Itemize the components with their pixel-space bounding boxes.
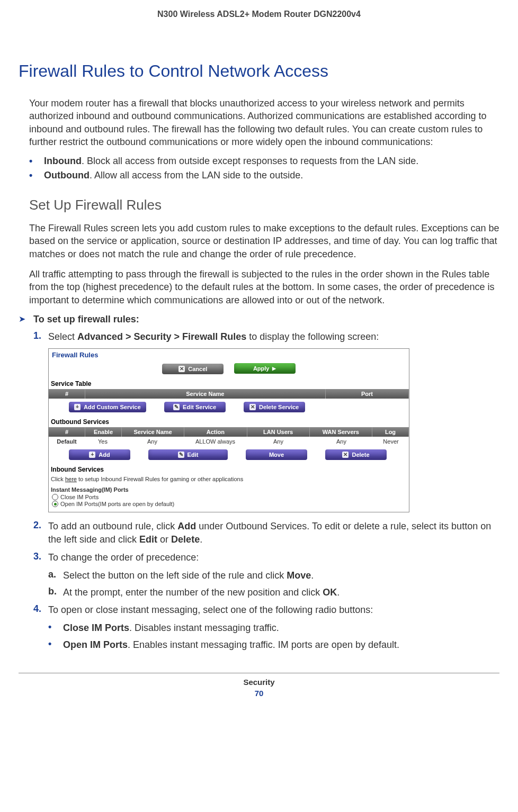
bullet-dot-icon: • xyxy=(29,170,44,181)
im-ports-section: Instant Messaging(IM) Ports Close IM Por… xyxy=(49,485,409,512)
col-action: Action xyxy=(184,427,247,437)
delete-button[interactable]: ✕ Delete xyxy=(325,449,387,460)
outbound-default-row: Default Yes Any ALLOW always Any Any Nev… xyxy=(49,437,409,446)
radio-icon xyxy=(52,494,58,500)
open-im-ports-radio[interactable]: Open IM Ports(IM ports are open by defau… xyxy=(52,501,407,507)
bullet-outbound-text: . Allow all access from the LAN side to … xyxy=(90,170,303,181)
row-allow: ALLOW always xyxy=(184,437,247,446)
cancel-button[interactable]: ✕ Cancel xyxy=(162,364,224,374)
bullet-dot-icon: • xyxy=(48,638,63,651)
im-title: Instant Messaging(IM) Ports xyxy=(51,486,407,493)
s3a-pre: Select the button on the left side of th… xyxy=(63,570,287,581)
firewall-rules-screenshot: Firewall Rules ✕ Cancel Apply ▶ Service … xyxy=(48,348,409,512)
bullet-inbound: • Inbound. Block all access from outside… xyxy=(19,156,499,167)
step4-text: To open or close instant messaging, sele… xyxy=(48,603,499,616)
subsection-p2: All traffic attempting to pass through t… xyxy=(19,268,499,306)
bullet-inbound-label: Inbound xyxy=(44,156,82,166)
subsection-title: Set Up Firewall Rules xyxy=(29,197,499,213)
move-label: Move xyxy=(269,452,284,458)
s4b-bold: Open IM Ports xyxy=(63,639,128,650)
step-number: 3. xyxy=(33,551,48,564)
col-port: Port xyxy=(326,389,409,399)
pencil-icon: ✎ xyxy=(173,404,180,410)
inbound-help-text: Click here to setup Inbound Firewall Rul… xyxy=(49,475,409,485)
step-3a: a. Select the button on the left side of… xyxy=(19,569,499,582)
intro-paragraph: Your modem router has a firewall that bl… xyxy=(19,97,499,148)
bullet-outbound-label: Outbound xyxy=(44,170,90,181)
sub-letter: b. xyxy=(48,586,63,599)
add-button[interactable]: + Add xyxy=(69,449,130,460)
col-num: # xyxy=(49,427,85,437)
sub-letter: a. xyxy=(48,569,63,582)
x-icon: ✕ xyxy=(249,404,256,410)
step-1: 1. Select Advanced > Security > Firewall… xyxy=(19,330,499,343)
inbound-services-label: Inbound Services xyxy=(49,464,409,475)
s4a-bold: Close IM Ports xyxy=(63,622,129,633)
apply-button[interactable]: Apply ▶ xyxy=(234,363,296,374)
step-4: 4. To open or close instant messaging, s… xyxy=(19,603,499,616)
add-custom-label: Add Custom Service xyxy=(84,404,141,410)
row-default: Default xyxy=(49,437,85,446)
step-4-open: • Open IM Ports. Enables instant messagi… xyxy=(19,638,499,651)
s3a-bold: Move xyxy=(287,570,311,581)
delete-service-label: Delete Service xyxy=(259,404,299,410)
step3-text: To change the order of precedence: xyxy=(48,551,499,564)
subsection-p1: The Firewall Rules screen lets you add c… xyxy=(19,222,499,260)
delete-service-button[interactable]: ✕ Delete Service xyxy=(244,402,305,412)
panel-title: Firewall Rules xyxy=(49,349,409,361)
col-lan: LAN Users xyxy=(247,427,310,437)
edit-button[interactable]: ✎ Edit xyxy=(148,449,228,460)
s2a: To add an outbound rule, click xyxy=(48,521,177,531)
bullet-outbound: • Outbound. Allow all access from the LA… xyxy=(19,170,499,181)
col-wan: WAN Servers xyxy=(310,427,372,437)
step-3: 3. To change the order of precedence: xyxy=(19,551,499,564)
document-header: N300 Wireless ADSL2+ Modem Router DGN220… xyxy=(19,10,499,19)
apply-label: Apply xyxy=(253,365,270,372)
service-table-label: Service Table xyxy=(49,378,409,389)
inbound-pre: Click xyxy=(51,476,65,482)
task-label: To set up firewall rules: xyxy=(33,314,139,325)
move-button[interactable]: Move xyxy=(246,449,307,460)
s2f: Delete xyxy=(171,534,200,545)
outbound-services-label: Outbound Services xyxy=(49,417,409,427)
step-number: 1. xyxy=(33,330,48,343)
footer-section: Security xyxy=(19,678,499,687)
plus-icon: + xyxy=(74,404,81,410)
outbound-header: # Enable Service Name Action LAN Users W… xyxy=(49,427,409,437)
edit-service-button[interactable]: ✎ Edit Service xyxy=(164,402,226,412)
s3b-pre: At the prompt, enter the number of the n… xyxy=(63,587,323,598)
step-4-close: • Close IM Ports. Disables instant messa… xyxy=(19,621,499,634)
inbound-here-link[interactable]: here xyxy=(65,476,77,482)
service-table-header: # Service Name Port xyxy=(49,389,409,399)
x-icon: ✕ xyxy=(178,366,185,372)
row-any2: Any xyxy=(247,437,310,446)
add-custom-service-button[interactable]: + Add Custom Service xyxy=(69,402,146,412)
open-im-label: Open IM Ports(IM ports are open by defau… xyxy=(60,501,174,507)
close-im-ports-radio[interactable]: Close IM Ports xyxy=(52,494,407,500)
row-any1: Any xyxy=(121,437,184,446)
close-im-label: Close IM Ports xyxy=(60,494,99,500)
s2e: or xyxy=(157,534,171,545)
s2g: . xyxy=(200,534,202,545)
step-3b: b. At the prompt, enter the number of th… xyxy=(19,586,499,599)
x-icon: ✕ xyxy=(342,452,349,458)
s3b-bold: OK xyxy=(323,587,337,598)
row-yes: Yes xyxy=(85,437,121,446)
page-title: Firewall Rules to Control Network Access xyxy=(19,61,499,81)
edit-label: Edit xyxy=(187,452,199,458)
step-2: 2. To add an outbound rule, click Add un… xyxy=(19,520,499,546)
cancel-label: Cancel xyxy=(188,366,207,372)
page-footer: Security 70 xyxy=(19,673,499,698)
edit-service-label: Edit Service xyxy=(183,404,216,410)
step1-pre: Select xyxy=(48,331,77,342)
delete-label: Delete xyxy=(352,452,369,458)
col-enable: Enable xyxy=(85,427,122,437)
s3b-post: . xyxy=(337,587,340,598)
task-heading: ➤ To set up firewall rules: xyxy=(19,314,499,325)
s2b: Add xyxy=(177,521,196,531)
footer-page-number: 70 xyxy=(19,689,499,698)
plus-icon: + xyxy=(89,452,95,458)
bullet-dot-icon: • xyxy=(29,156,44,167)
step-number: 4. xyxy=(33,603,48,616)
row-any3: Any xyxy=(310,437,373,446)
